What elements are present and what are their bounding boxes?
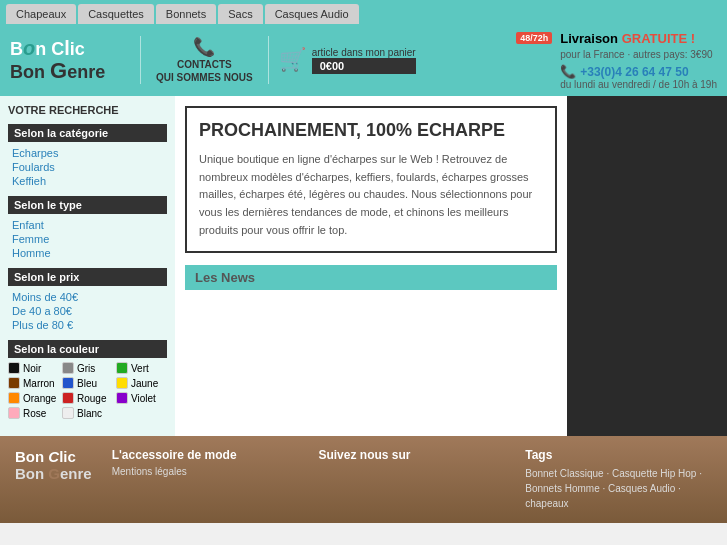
cart-info: article dans mon panier bbox=[312, 47, 416, 58]
sidebar-type-header: Selon le type bbox=[8, 196, 167, 214]
contacts-section[interactable]: 📞 CONTACTS QUI SOMMES NOUS bbox=[140, 36, 269, 84]
sidebar-link-40-80[interactable]: De 40 a 80€ bbox=[8, 304, 167, 318]
footer: Bon Clic Bon Genre L'accessoire de mode … bbox=[0, 436, 727, 523]
color-item-violet[interactable]: Violet bbox=[116, 392, 167, 404]
color-label: Gris bbox=[77, 363, 95, 374]
header: Bon Clic Bon Genre 📞 CONTACTS QUI SOMMES… bbox=[0, 24, 727, 96]
footer-logo-top: Bon Clic bbox=[15, 448, 92, 465]
color-label: Jaune bbox=[131, 378, 158, 389]
color-swatch bbox=[62, 377, 74, 389]
sidebar-link-foulards[interactable]: Foulards bbox=[8, 160, 167, 174]
footer-suivez: Suivez nous sur bbox=[318, 448, 505, 466]
color-grid: NoirGrisVertMarronBleuJauneOrangeRougeVi… bbox=[8, 362, 167, 419]
sidebar-link-echarpes[interactable]: Echarpes bbox=[8, 146, 167, 160]
nav-bonnets[interactable]: Bonnets bbox=[156, 4, 216, 24]
color-item-blanc[interactable]: Blanc bbox=[62, 407, 113, 419]
color-item-jaune[interactable]: Jaune bbox=[116, 377, 167, 389]
color-label: Rose bbox=[23, 408, 46, 419]
nav-chapeaux[interactable]: Chapeaux bbox=[6, 4, 76, 24]
color-item-vert[interactable]: Vert bbox=[116, 362, 167, 374]
color-label: Noir bbox=[23, 363, 41, 374]
color-label: Rouge bbox=[77, 393, 106, 404]
logo-top: Bon Clic bbox=[10, 37, 130, 60]
footer-logo: Bon Clic Bon Genre bbox=[15, 448, 92, 482]
contacts-text: CONTACTS QUI SOMMES NOUS bbox=[156, 58, 253, 84]
phone-icon: 📞 bbox=[193, 36, 215, 58]
logo[interactable]: Bon Clic Bon Genre bbox=[10, 37, 130, 84]
color-item-orange[interactable]: Orange bbox=[8, 392, 59, 404]
sidebar-couleur-header: Selon la couleur bbox=[8, 340, 167, 358]
delivery-badge: 48/72h bbox=[516, 32, 552, 44]
color-label: Marron bbox=[23, 378, 55, 389]
color-label: Vert bbox=[131, 363, 149, 374]
color-swatch bbox=[8, 392, 20, 404]
sidebar-link-moins40[interactable]: Moins de 40€ bbox=[8, 290, 167, 304]
news-bar: Les News bbox=[185, 265, 557, 290]
promo-text: Unique boutique en ligne d'écharpes sur … bbox=[199, 151, 543, 239]
color-swatch bbox=[116, 377, 128, 389]
sidebar-link-enfant[interactable]: Enfant bbox=[8, 218, 167, 232]
business-hours: du lundi au vendredi / de 10h à 19h bbox=[560, 79, 717, 90]
footer-suivez-title: Suivez nous sur bbox=[318, 448, 505, 462]
sidebar-title: VOTRE RECHERCHE bbox=[8, 104, 167, 116]
right-image bbox=[567, 96, 727, 436]
color-item-bleu[interactable]: Bleu bbox=[62, 377, 113, 389]
footer-accessoire-title: L'accessoire de mode bbox=[112, 448, 299, 462]
delivery-sub: pour la France · autres pays: 3€90 bbox=[560, 48, 717, 62]
nav-casques-audio[interactable]: Casques Audio bbox=[265, 4, 359, 24]
color-label: Bleu bbox=[77, 378, 97, 389]
color-swatch bbox=[62, 407, 74, 419]
delivery-free: Livraison GRATUITE ! bbox=[560, 30, 717, 48]
footer-tags-text: Bonnet Classique · Casquette Hip Hop · B… bbox=[525, 466, 712, 511]
footer-logo-bottom: Bon Genre bbox=[15, 465, 92, 482]
sidebar: VOTRE RECHERCHE Selon la catégorie Echar… bbox=[0, 96, 175, 436]
color-item-marron[interactable]: Marron bbox=[8, 377, 59, 389]
sidebar-prix-header: Selon le prix bbox=[8, 268, 167, 286]
color-item-rouge[interactable]: Rouge bbox=[62, 392, 113, 404]
color-item-gris[interactable]: Gris bbox=[62, 362, 113, 374]
color-swatch bbox=[116, 362, 128, 374]
color-swatch bbox=[8, 362, 20, 374]
sidebar-link-femme[interactable]: Femme bbox=[8, 232, 167, 246]
color-swatch bbox=[8, 407, 20, 419]
footer-mentions-link[interactable]: Mentions légales bbox=[112, 466, 299, 477]
nav-sacs[interactable]: Sacs bbox=[218, 4, 262, 24]
nav-casquettes[interactable]: Casquettes bbox=[78, 4, 154, 24]
content-area: PROCHAINEMENT, 100% ECHARPE Unique bouti… bbox=[175, 96, 567, 436]
phone-number: +33(0)4 26 64 47 50 bbox=[580, 65, 688, 79]
cart-section[interactable]: 🛒 article dans mon panier 0€00 bbox=[279, 47, 416, 74]
phone-section: 📞 +33(0)4 26 64 47 50 bbox=[560, 64, 717, 79]
promo-title: PROCHAINEMENT, 100% ECHARPE bbox=[199, 120, 543, 141]
sidebar-link-keffieh[interactable]: Keffieh bbox=[8, 174, 167, 188]
sidebar-link-plus80[interactable]: Plus de 80 € bbox=[8, 318, 167, 332]
color-label: Blanc bbox=[77, 408, 102, 419]
cart-price: 0€00 bbox=[312, 58, 416, 74]
footer-tags-title: Tags bbox=[525, 448, 712, 462]
sidebar-category-header: Selon la catégorie bbox=[8, 124, 167, 142]
main-container: VOTRE RECHERCHE Selon la catégorie Echar… bbox=[0, 96, 727, 436]
color-label: Orange bbox=[23, 393, 56, 404]
sidebar-link-homme[interactable]: Homme bbox=[8, 246, 167, 260]
color-item-noir[interactable]: Noir bbox=[8, 362, 59, 374]
promo-box: PROCHAINEMENT, 100% ECHARPE Unique bouti… bbox=[185, 106, 557, 253]
delivery-section: 48/72h Livraison GRATUITE ! pour la Fran… bbox=[516, 30, 717, 90]
color-label: Violet bbox=[131, 393, 156, 404]
color-item-rose[interactable]: Rose bbox=[8, 407, 59, 419]
phone-icon-2: 📞 bbox=[560, 64, 576, 79]
top-nav: Chapeaux Casquettes Bonnets Sacs Casques… bbox=[0, 0, 727, 24]
color-swatch bbox=[62, 392, 74, 404]
footer-accessoire: L'accessoire de mode Mentions légales bbox=[112, 448, 299, 479]
color-swatch bbox=[62, 362, 74, 374]
delivery-text: Livraison GRATUITE ! pour la France · au… bbox=[560, 30, 717, 62]
cart-icon: 🛒 bbox=[279, 47, 306, 73]
color-swatch bbox=[8, 377, 20, 389]
logo-bottom: Bon Genre bbox=[10, 59, 130, 83]
footer-tags-section: Tags Bonnet Classique · Casquette Hip Ho… bbox=[525, 448, 712, 511]
color-swatch bbox=[116, 392, 128, 404]
